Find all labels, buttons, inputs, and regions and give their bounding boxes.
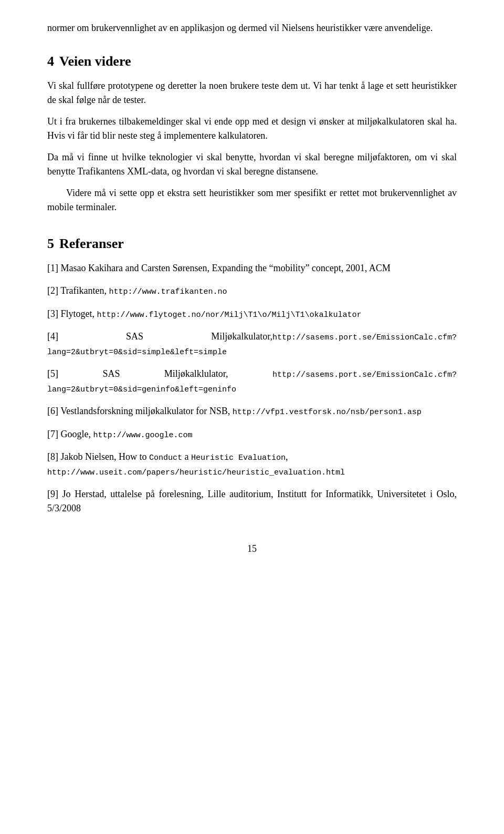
ref-3-plain: Flytoget, bbox=[61, 308, 97, 319]
section-5-heading: 5Referanser bbox=[47, 233, 457, 254]
ref-5-plain: SAS Miljøkalklulator, bbox=[102, 368, 272, 379]
reference-7: [7] Google, http://www.google.com bbox=[47, 427, 457, 442]
section4-para1: Vi skal fullføre prototypene og deretter… bbox=[47, 79, 457, 107]
page-number: 15 bbox=[47, 542, 457, 556]
ref-6-url: http://vfp1.vestforsk.no/nsb/person1.asp bbox=[233, 408, 422, 417]
ref-4-plain: SAS Miljøkalkulator, bbox=[126, 331, 272, 342]
section-5-title: Referanser bbox=[59, 236, 124, 251]
ref-7-url: http://www.google.com bbox=[93, 431, 193, 440]
ref-9-bracket: [9] bbox=[47, 489, 62, 499]
ref-3-url: http://www.flytoget.no/nor/Milj\T1\o/Mil… bbox=[97, 311, 362, 320]
ref-8-plain2: a bbox=[182, 451, 191, 462]
reference-2: [2] Trafikanten, http://www.trafikanten.… bbox=[47, 284, 457, 298]
reference-8: [8] Jakob Nielsen, How to Conduct a Heur… bbox=[47, 450, 457, 479]
reference-9: [9] Jo Herstad, uttalelse på forelesning… bbox=[47, 487, 457, 516]
section-5: 5Referanser [1] Masao Kakihara and Carst… bbox=[47, 233, 457, 516]
section4-para2: Ut i fra brukernes tilbakemeldinger skal… bbox=[47, 115, 457, 143]
ref-8-conduct: Conduct bbox=[149, 454, 182, 462]
ref-8-heuristic: Heuristic Evaluation bbox=[191, 454, 286, 462]
ref-2-bracket: [2] bbox=[47, 285, 60, 296]
reference-6: [6] Vestlandsforskning miljøkalkulator f… bbox=[47, 404, 457, 419]
ref-8-url: http://www.useit.com/papers/heuristic/he… bbox=[47, 468, 345, 477]
page: normer om brukervennlighet av en applika… bbox=[0, 0, 504, 834]
ref-1-text: Masao Kakihara and Carsten Sørensen, Exp… bbox=[61, 263, 391, 273]
ref-7-bracket: [7] bbox=[47, 429, 61, 439]
section4-para4: Videre må vi sette opp et ekstra sett he… bbox=[47, 186, 457, 214]
section-5-number: 5 bbox=[47, 236, 54, 251]
ref-6-bracket: [6] bbox=[47, 406, 60, 416]
ref-5-bracket: [5] bbox=[47, 368, 102, 379]
section-4-number: 4 bbox=[47, 54, 54, 69]
reference-1: [1] Masao Kakihara and Carsten Sørensen,… bbox=[47, 261, 457, 275]
reference-5: [5] SAS Miljøkalklulator, http://sasems.… bbox=[47, 367, 457, 396]
ref-2-plain: Trafikanten, bbox=[60, 285, 109, 296]
ref-8-plain: Jakob Nielsen, How to bbox=[61, 451, 149, 462]
ref-8-bracket: [8] bbox=[47, 451, 61, 462]
ref-7-plain: Google, bbox=[61, 429, 93, 439]
section4-para3: Da må vi finne ut hvilke teknologier vi … bbox=[47, 150, 457, 179]
ref-2-url: http://www.trafikanten.no bbox=[109, 287, 227, 296]
section-4: 4Veien videre Vi skal fullføre prototype… bbox=[47, 51, 457, 214]
reference-3: [3] Flytoget, http://www.flytoget.no/nor… bbox=[47, 307, 457, 322]
ref-9-text: Jo Herstad, uttalelse på forelesning, Li… bbox=[47, 489, 457, 513]
reference-4: [4] SAS Miljøkalkulator,http://sasems.po… bbox=[47, 330, 457, 358]
ref-8-plain3: , bbox=[286, 451, 288, 462]
intro-paragraph: normer om brukervennlighet av en applika… bbox=[47, 21, 457, 35]
ref-4-bracket: [4] bbox=[47, 331, 126, 342]
section-4-title: Veien videre bbox=[59, 54, 131, 69]
section-4-heading: 4Veien videre bbox=[47, 51, 457, 71]
ref-1-bracket: [1] bbox=[47, 263, 61, 273]
ref-6-plain: Vestlandsforskning miljøkalkulator for N… bbox=[60, 406, 232, 416]
ref-3-bracket: [3] bbox=[47, 308, 61, 319]
